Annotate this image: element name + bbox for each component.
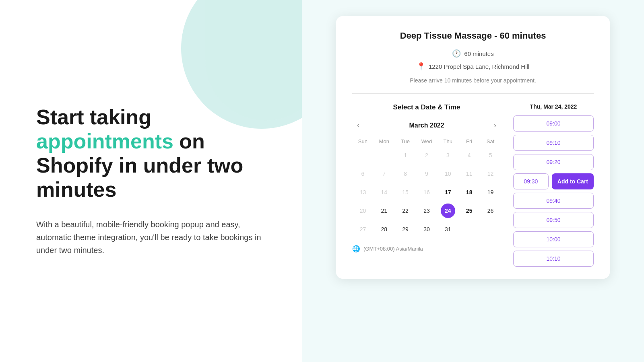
time-slot-0920[interactable]: 09:20: [513, 154, 594, 170]
calendar-month-label: March 2022: [409, 122, 444, 129]
timezone-text: (GMT+08:00) Asia/Manila: [363, 246, 423, 252]
calendar-cell[interactable]: 30: [416, 220, 438, 239]
hero-title-accent: appointments: [36, 130, 173, 153]
globe-icon: 🌐: [352, 245, 360, 253]
calendar-cell[interactable]: 26: [480, 202, 501, 220]
day-24[interactable]: 24: [441, 204, 455, 218]
divider: [352, 93, 594, 94]
calendar-cell: [374, 146, 395, 165]
day-header-sat: Sat: [480, 137, 501, 146]
arrival-note: Please arrive 10 minutes before your app…: [352, 77, 594, 84]
calendar-grid: Sun Mon Tue Wed Thu Fri Sat 12345678: [352, 137, 501, 239]
day-31[interactable]: 31: [441, 222, 455, 237]
day-18[interactable]: 18: [462, 185, 477, 200]
time-slot-row-0930: 09:30Add to Cart: [513, 173, 594, 189]
day-3: 3: [441, 148, 455, 162]
calendar-cell[interactable]: 12: [480, 165, 501, 183]
calendar-cell[interactable]: 20: [352, 202, 374, 220]
time-slot-0930[interactable]: 09:30: [513, 173, 549, 189]
day-header-thu: Thu: [437, 137, 458, 146]
day-29[interactable]: 29: [398, 222, 413, 237]
calendar-cell[interactable]: 13: [352, 183, 374, 202]
day-13: 13: [355, 185, 370, 200]
day-header-fri: Fri: [458, 137, 480, 146]
calendar-cell: [480, 220, 501, 239]
clock-icon: 🕐: [452, 49, 461, 58]
calendar-cell[interactable]: 8: [395, 165, 416, 183]
time-slot-1010[interactable]: 10:10: [513, 251, 594, 267]
calendar-cell[interactable]: 7: [374, 165, 395, 183]
calendar-cell[interactable]: 21: [374, 202, 395, 220]
calendar-cell[interactable]: 11: [458, 165, 480, 183]
day-1: 1: [398, 148, 413, 162]
service-meta: 🕐 60 minutes 📍 1220 Propel Spa Lane, Ric…: [352, 49, 594, 71]
day-8: 8: [398, 167, 413, 181]
calendar-cell[interactable]: 16: [416, 183, 438, 202]
day-26[interactable]: 26: [483, 204, 498, 218]
calendar-cell[interactable]: 22: [395, 202, 416, 220]
calendar-cell[interactable]: 29: [395, 220, 416, 239]
calendar-cell[interactable]: 15: [395, 183, 416, 202]
day-11: 11: [462, 167, 477, 181]
day-12: 12: [483, 167, 498, 181]
day-header-mon: Mon: [374, 137, 395, 146]
calendar-cell[interactable]: 9: [416, 165, 438, 183]
calendar-cell[interactable]: 19: [480, 183, 501, 202]
day-23[interactable]: 23: [419, 204, 434, 218]
calendar-cell[interactable]: 5: [480, 146, 501, 165]
next-arrow-icon: ›: [494, 121, 496, 130]
day-9: 9: [419, 167, 434, 181]
time-slot-1000[interactable]: 10:00: [513, 231, 594, 247]
day-30[interactable]: 30: [419, 222, 434, 237]
calendar-cell[interactable]: 14: [374, 183, 395, 202]
hero-title: Start taking appointments on Shopify in …: [36, 105, 270, 202]
booking-card: Deep Tissue Massage - 60 minutes 🕐 60 mi…: [336, 16, 610, 279]
calendar-cell[interactable]: 10: [437, 165, 458, 183]
calendar: ‹ March 2022 › Sun Mon Tue: [352, 119, 501, 253]
time-slot-0940[interactable]: 09:40: [513, 193, 594, 209]
time-slot-0950[interactable]: 09:50: [513, 212, 594, 228]
left-panel: Start taking appointments on Shopify in …: [0, 0, 302, 362]
day-5: 5: [483, 148, 498, 162]
calendar-cell[interactable]: 6: [352, 165, 374, 183]
calendar-cell[interactable]: 25: [458, 202, 480, 220]
hero-subtitle: With a beautiful, mobile-friendly bookin…: [36, 218, 262, 257]
duration-row: 🕐 60 minutes: [452, 49, 493, 58]
day-21[interactable]: 21: [377, 204, 391, 218]
calendar-cell[interactable]: 27: [352, 220, 374, 239]
location-row: 📍 1220 Propel Spa Lane, Richmond Hill: [417, 62, 529, 71]
day-22[interactable]: 22: [398, 204, 413, 218]
calendar-cell[interactable]: 1: [395, 146, 416, 165]
calendar-cell[interactable]: 17: [437, 183, 458, 202]
time-slot-0910[interactable]: 09:10: [513, 135, 594, 151]
location-text: 1220 Propel Spa Lane, Richmond Hill: [429, 63, 529, 70]
calendar-cell[interactable]: 2: [416, 146, 438, 165]
calendar-cell[interactable]: 23: [416, 202, 438, 220]
calendar-cell[interactable]: 3: [437, 146, 458, 165]
section-label: Select a Date & Time: [352, 103, 501, 111]
day-25[interactable]: 25: [462, 204, 477, 218]
time-slots-list: 09:0009:1009:2009:30Add to Cart09:4009:5…: [513, 115, 594, 267]
prev-month-button[interactable]: ‹: [354, 119, 363, 131]
day-19[interactable]: 19: [483, 185, 498, 200]
calendar-cell[interactable]: 24: [437, 202, 458, 220]
day-16: 16: [419, 185, 434, 200]
day-header-wed: Wed: [416, 137, 438, 146]
day-10: 10: [441, 167, 455, 181]
time-slot-0900[interactable]: 09:00: [513, 115, 594, 132]
calendar-cell[interactable]: 18: [458, 183, 480, 202]
calendar-cell[interactable]: 28: [374, 220, 395, 239]
duration-text: 60 minutes: [464, 50, 493, 57]
next-month-button[interactable]: ›: [491, 119, 500, 131]
hero-title-part1: Start taking: [36, 105, 151, 129]
time-section: Thu, Mar 24, 2022 09:0009:1009:2009:30Ad…: [513, 103, 594, 267]
calendar-cell: [458, 220, 480, 239]
calendar-section: Select a Date & Time ‹ March 2022 ›: [352, 103, 501, 253]
calendar-cell: [352, 146, 374, 165]
calendar-cell[interactable]: 4: [458, 146, 480, 165]
day-17[interactable]: 17: [441, 185, 455, 200]
calendar-cell[interactable]: 31: [437, 220, 458, 239]
right-panel: Deep Tissue Massage - 60 minutes 🕐 60 mi…: [302, 0, 644, 362]
add-to-cart-button[interactable]: Add to Cart: [552, 173, 594, 189]
day-28[interactable]: 28: [377, 222, 391, 237]
